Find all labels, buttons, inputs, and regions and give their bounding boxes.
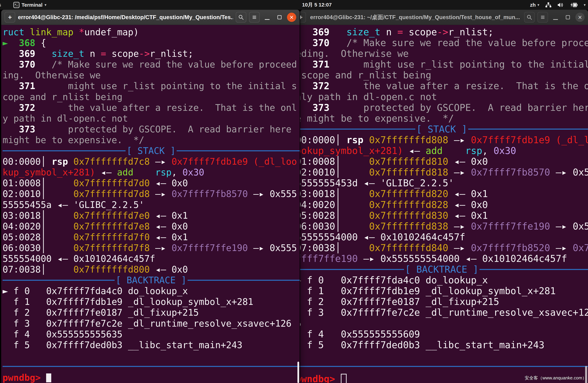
terminal-line: 02:0010│ 0x7fffffffd7d8 —▸ 0x7ffff7fb857… — [2, 188, 300, 199]
terminal-line: 07:0038│ 0x7fffffffd800 ◂— 0x0 — [2, 264, 300, 275]
terminal-line: 06:0030│ 0x7fffffffd7f8 —▸ 0x7ffff7ffe19… — [2, 243, 300, 253]
terminal-line: 371 might use r_list pointing to the ini… — [2, 81, 300, 91]
terminal-line: eding. Otherwise we — [300, 48, 588, 59]
terminal-line: 07:0038│ 0x7fffffffd840 —▸ 0x7ffff7fb852… — [300, 243, 588, 253]
terminal-line: f 1 0x7ffff7fdb1e9 _dl_lookup_symbol_x+2… — [300, 286, 588, 296]
terminal-output-right[interactable]: 369 size_t n = scope->r_nlist; 370 /* Ma… — [300, 25, 588, 383]
terminal-line: 372 the value after a resize. That is th… — [300, 81, 588, 91]
terminal-line: f 1 0x7ffff7fdb1e9 _dl_lookup_symbol_x+2… — [2, 296, 300, 307]
terminal-line: 04:0020│ 0x7fffffffd7e8 ◂— 0x0 — [2, 221, 300, 232]
section-label: [ STACK ] — [126, 145, 177, 156]
terminal-line: f 5 0x7ffff7ded0b3 __libc_start_main+243 — [2, 339, 300, 350]
new-tab-button[interactable]: + — [5, 12, 15, 23]
menu-button[interactable] — [537, 12, 548, 23]
top-panel: s >_ Terminal ▾ 10月 5 12:07 zh ▾ ▾ — [0, 0, 588, 10]
terminal-line: ► f 0 0x7ffff7fda4c0 do_lookup_x — [300, 275, 588, 286]
volume-icon[interactable] — [557, 2, 564, 8]
terminal-line: f 4 0x555555555609 — [300, 329, 588, 339]
panel-overflow-fragment: s — [0, 2, 1, 8]
terminal-app-icon: >_ — [13, 2, 20, 8]
left-headerbar[interactable]: + error404@Glibc-231: /media/psf/Home/De… — [1, 10, 300, 25]
terminal-line: ► 368 { — [2, 37, 300, 48]
minimize-button[interactable] — [262, 12, 272, 23]
search-icon — [527, 15, 532, 20]
terminal-line: cope and r_nlist being — [2, 91, 300, 102]
search-button[interactable] — [524, 12, 535, 23]
close-icon: × — [290, 14, 294, 21]
terminal-cursor — [46, 373, 51, 382]
new-tab-button[interactable]: + — [300, 12, 306, 23]
terminal-output-left[interactable]: ruct link_map *undef_map)► 368 { 369 siz… — [1, 25, 300, 383]
window-title: error404@Glibc-231: ~/桌面/CTF_question/My… — [309, 14, 521, 21]
context-section-header: [ BACKTRACE ] — [300, 264, 588, 275]
terminal-line: 05:0028│ 0x7fffffffd7f0 ◂— 0x1 — [2, 232, 300, 243]
terminal-line: 555554000 ◂— 0x10102464c457f — [2, 253, 300, 264]
terminal-line — [2, 350, 300, 361]
terminal-line: might be to expensive. */ — [2, 135, 300, 145]
prompt-line: pwndbg> — [2, 372, 300, 383]
terminal-line: 373 protected by GSCOPE. A read barrier … — [2, 124, 300, 135]
minimize-icon — [265, 19, 270, 20]
terminal-window-right: + error404@Glibc-231: ~/桌面/CTF_question/… — [300, 10, 588, 383]
app-menu-terminal[interactable]: >_ Terminal ▾ — [13, 2, 46, 8]
terminal-line: nly path in dl-open.c not — [300, 91, 588, 102]
maximize-button[interactable] — [563, 12, 573, 23]
terminal-line: 55555554000 ◂— 0x10102464c457f — [300, 232, 588, 243]
chevron-down-icon: ▾ — [44, 3, 46, 7]
section-separator — [300, 361, 588, 372]
search-icon — [238, 15, 244, 20]
terminal-line: 373 protected by GSCOPE. A read barrier … — [300, 102, 588, 113]
search-button[interactable] — [236, 12, 246, 23]
hamburger-icon — [540, 15, 545, 20]
battery-icon[interactable] — [570, 2, 578, 8]
context-section-header: [ BACKTRACE ] — [2, 275, 300, 286]
terminal-line: f 3 0x7ffff7fe7c2e _dl_runtime_resolve_x… — [2, 318, 300, 329]
context-section-header: [ STACK ] — [300, 124, 588, 135]
section-separator — [2, 361, 300, 372]
input-method-label: zh — [530, 2, 536, 8]
terminal-line: f 2 0x7ffff7fe0187 _dl_fixup+215 — [2, 307, 300, 318]
terminal-line: 5555555453d ◂— 'GLIBC_2.2.5' — [300, 178, 588, 188]
terminal-line: y path in dl-open.c not — [2, 113, 300, 124]
minimize-icon — [553, 19, 558, 20]
maximize-button[interactable] — [275, 12, 284, 23]
panel-clock[interactable]: 10月 5 12:07 — [302, 1, 332, 8]
close-button[interactable]: × — [287, 13, 296, 22]
terminal-line: ► f 0 0x7ffff7fda4c0 do_lookup_x — [2, 286, 300, 296]
hamburger-icon — [252, 15, 257, 20]
chevron-down-icon[interactable]: ▾ — [584, 3, 586, 7]
input-method-indicator[interactable]: zh ▾ — [530, 2, 539, 8]
close-button[interactable]: × — [575, 13, 585, 22]
app-menu-label: Terminal — [21, 2, 42, 8]
terminal-line: 370 /* Make sure we read the value befor… — [300, 37, 588, 48]
terminal-line: f 3 0x7ffff7fe7c2e _dl_runtime_resolve_x… — [300, 307, 588, 318]
menu-button[interactable] — [249, 12, 260, 23]
terminal-line: 05:0028│ 0x7fffffffd830 ◂— 0x1 — [300, 210, 588, 221]
terminal-line: 369 size_t n = scope->r_nlist; — [300, 27, 588, 37]
terminal-line: 370 /* Make sure we read the value befor… — [2, 59, 300, 70]
section-label: [ STACK ] — [415, 124, 468, 135]
terminal-line: 00:0000│ rsp 0x7fffffffd808 —▸ 0x7ffff7f… — [300, 135, 588, 145]
scrollbar-thumb[interactable] — [297, 362, 299, 383]
minimize-button[interactable] — [551, 12, 560, 23]
section-label: [ BACKTRACE ] — [404, 264, 480, 275]
terminal-line: 01:0008│ 0x7fffffffd810 ◂— 0x0 — [300, 156, 588, 167]
watermark: 安全客（www.anquanke.com） — [525, 375, 587, 381]
maximize-icon — [277, 15, 282, 19]
terminal-line: 03:0018│ 0x7fffffffd7e0 ◂— 0x1 — [2, 210, 300, 221]
window-title: error404@Glibc-231: /media/psf/Home/Desk… — [18, 14, 233, 21]
terminal-line: f 5 0x7ffff7ded0b3 __libc_start_main+243 — [300, 339, 588, 350]
terminal-line: 6 — [300, 318, 588, 329]
terminal-window-left: + error404@Glibc-231: /media/psf/Home/De… — [1, 10, 300, 383]
terminal-cursor — [341, 374, 347, 383]
terminal-line: 06:0030│ 0x7fffffffd838 —▸ 0x7ffff7ffe19… — [300, 221, 588, 232]
right-headerbar[interactable]: + error404@Glibc-231: ~/桌面/CTF_question/… — [300, 10, 588, 25]
terminal-line: scope and r_nlist being — [300, 70, 588, 81]
terminal-line: e might be to expensive. */ — [300, 113, 588, 124]
system-status-area[interactable]: zh ▾ ▾ — [530, 2, 586, 8]
terminal-line: ffff7ffe190 —▸ 0x555555554000 ◂— 0x10102… — [300, 253, 588, 264]
terminal-line: f 4 0x555555555635 — [2, 329, 300, 339]
terminal-line: 55555455a ◂— 'GLIBC_2.2.5' — [2, 199, 300, 210]
network-icon[interactable] — [545, 2, 552, 8]
terminal-line: 369 size_t n = scope->r_nlist; — [2, 48, 300, 59]
